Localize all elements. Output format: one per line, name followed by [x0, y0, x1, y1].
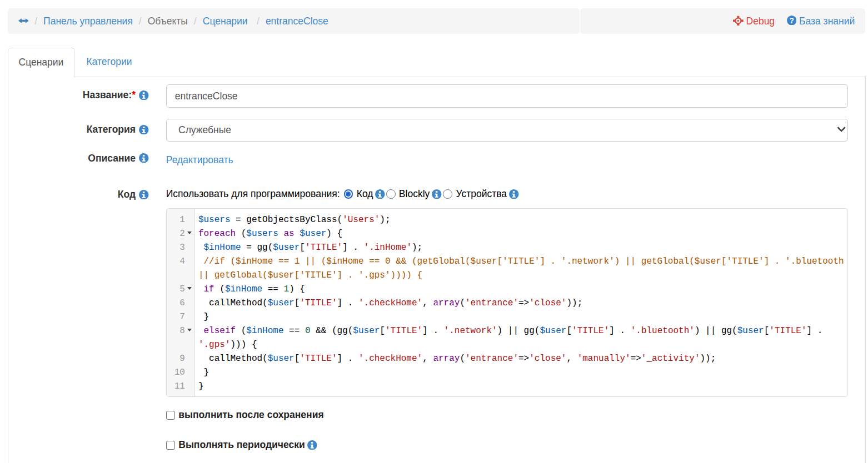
- svg-text:?: ?: [789, 17, 794, 25]
